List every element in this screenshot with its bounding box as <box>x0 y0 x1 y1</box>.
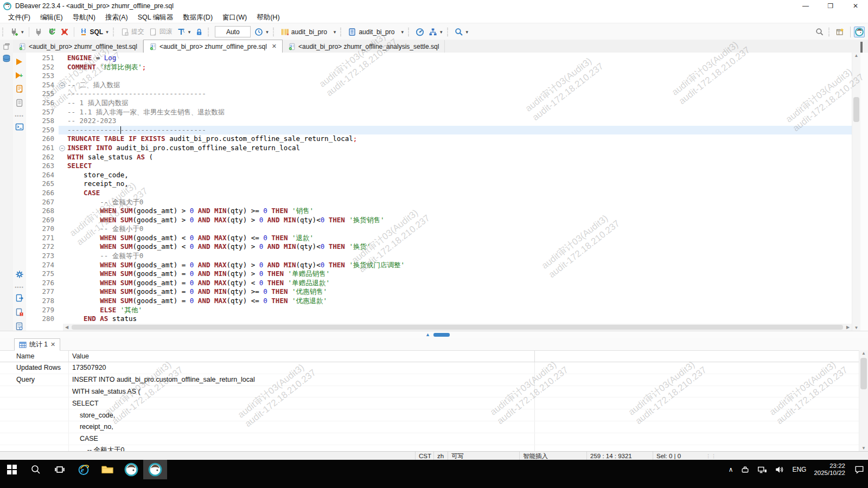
restore-views-button[interactable] <box>2 42 11 51</box>
column-header-name[interactable]: Name <box>0 351 69 362</box>
table-row[interactable]: WITH sale_status AS ( <box>0 386 868 398</box>
sql-editor-button[interactable]: SQL ▾ <box>77 26 111 38</box>
maximize-panel-button[interactable] <box>860 43 863 53</box>
menu-item[interactable]: 搜索(A) <box>100 12 133 23</box>
editor-tab-2[interactable]: <audit_bi_pro> zhumr_offline_analysis_se… <box>283 40 445 53</box>
menu-item[interactable]: 窗口(W) <box>218 12 252 23</box>
editor-settings-button[interactable] <box>15 269 24 279</box>
rail-grip: •••• <box>15 111 24 120</box>
editor-tab-0[interactable]: <audit_bi_pro> zhumr_offline_test.sql <box>13 40 143 53</box>
schema-selector[interactable]: audit_bi_pro ▾ <box>346 26 406 38</box>
task-view-button[interactable] <box>48 460 72 479</box>
menu-item[interactable]: 帮助(H) <box>252 12 284 23</box>
line-number: 255 <box>26 89 59 99</box>
menu-item[interactable]: 编辑(E) <box>35 12 68 23</box>
disconnect-button[interactable] <box>58 26 71 38</box>
new-connection-button[interactable]: ▾ <box>8 26 26 38</box>
sql-console-button[interactable] <box>15 122 24 131</box>
fold-column: − <box>59 81 67 90</box>
table-row[interactable]: SELECT <box>0 397 868 409</box>
start-button[interactable] <box>0 460 24 479</box>
open-file-button[interactable] <box>15 322 24 331</box>
execute-new-tab-button[interactable]: + <box>15 70 24 80</box>
export-result-button[interactable] <box>15 293 24 303</box>
menu-item[interactable]: 导航(N) <box>68 12 100 23</box>
results-scroll-thumb[interactable] <box>860 358 867 389</box>
line-number: 280 <box>26 314 59 324</box>
maximize-button[interactable]: ❒ <box>818 0 843 12</box>
menu-item[interactable]: 数据库(D) <box>178 12 218 23</box>
results-vscrollbar[interactable]: ▲ ▼ <box>859 350 868 451</box>
dbeaver-perspective-button[interactable] <box>854 27 865 37</box>
connection-selector[interactable]: audit_bi_pro ▾ <box>278 26 339 38</box>
tray-clock[interactable]: 23:22 2025/10/22 <box>810 460 851 479</box>
menu-item[interactable]: SQL 编辑器 <box>133 12 178 23</box>
table-row[interactable]: QueryINSERT INTO audit_bi_pro.custom_off… <box>0 374 868 386</box>
rollback-button[interactable]: 回滚 <box>146 25 175 38</box>
close-icon[interactable]: ✕ <box>50 341 55 348</box>
table-row[interactable]: store_code, <box>0 409 868 421</box>
scroll-left-icon[interactable]: ◀ <box>63 325 71 330</box>
database-navigator-button[interactable] <box>2 54 11 63</box>
file-explorer-button[interactable] <box>95 460 119 479</box>
close-icon[interactable]: ✕ <box>272 43 277 50</box>
vscroll-thumb[interactable] <box>853 97 859 122</box>
table-row[interactable]: CASE <box>0 433 868 445</box>
commit-button[interactable]: 提交 <box>118 25 146 38</box>
sql-editor[interactable]: 251ENGINE = Log252COMMENT '结算比例表';253254… <box>26 53 868 331</box>
tab-statistics[interactable]: 统计 1 ✕ <box>14 338 60 351</box>
close-button[interactable]: ✕ <box>843 0 868 12</box>
save-file-button[interactable] <box>15 307 24 317</box>
execute-statement-button[interactable] <box>15 57 24 66</box>
fold-toggle-icon[interactable]: − <box>59 82 65 88</box>
lock-button[interactable] <box>193 26 206 38</box>
table-row[interactable]: Updated Rows173507920 <box>0 362 868 374</box>
taskbar-search-button[interactable] <box>24 460 48 479</box>
usb-device-icon <box>741 465 750 474</box>
open-perspective-button[interactable] <box>834 26 847 38</box>
tx-history-button[interactable]: ▾ <box>252 26 271 38</box>
fold-column: − <box>59 144 67 153</box>
execute-script-button[interactable] <box>15 84 24 93</box>
hscroll-thumb[interactable] <box>72 325 843 330</box>
scroll-up-icon[interactable]: ▲ <box>859 351 868 356</box>
menu-item[interactable]: 文件(F) <box>3 12 35 23</box>
code-text: WHEN SUM(goods_amt) < 0 AND MAX(qty) > 0… <box>67 242 852 252</box>
tx-mode-combo[interactable]: Auto <box>215 26 251 37</box>
quick-search-button[interactable] <box>813 26 826 38</box>
sql-file-icon <box>18 43 26 50</box>
table-row[interactable]: receipt_no, <box>0 421 868 433</box>
tray-language[interactable]: ENG <box>788 460 810 479</box>
search-button[interactable]: ▾ <box>452 26 471 38</box>
dbeaver-taskbar-button[interactable] <box>119 460 143 479</box>
editor-tab-1[interactable]: <audit_bi_pro> zhumr_offline_pre.sql✕ <box>143 40 283 53</box>
explain-plan-button[interactable] <box>15 98 24 107</box>
scroll-down-icon[interactable]: ▼ <box>852 325 860 330</box>
editor-vscrollbar[interactable]: ▲ ▼ <box>852 53 860 331</box>
transaction-log-button[interactable]: ▾ <box>175 26 193 38</box>
results-tab-label: 统计 1 <box>29 340 48 349</box>
scroll-up-icon[interactable]: ▲ <box>852 53 860 58</box>
tray-usb-button[interactable] <box>737 460 754 479</box>
tray-volume-button[interactable] <box>771 460 788 479</box>
table-row[interactable]: -- 金额大于0 <box>0 445 868 451</box>
splitter-handle[interactable] <box>433 333 450 337</box>
tray-network-button[interactable] <box>754 460 771 479</box>
internet-explorer-button[interactable]: e <box>72 460 95 479</box>
tray-expand-button[interactable]: ∧ <box>725 460 737 479</box>
action-center-button[interactable] <box>851 460 868 479</box>
fold-toggle-icon[interactable]: − <box>59 145 65 151</box>
scroll-right-icon[interactable]: ▶ <box>844 325 852 330</box>
scroll-down-icon[interactable]: ▼ <box>859 446 868 451</box>
code-text: -- 金额小于0 <box>67 224 852 234</box>
dashboard-button[interactable] <box>413 26 426 38</box>
minimize-button[interactable]: — <box>793 0 818 12</box>
collapse-up-icon[interactable]: ▲ <box>425 332 430 337</box>
tab-label: <audit_bi_pro> zhumr_offline_test.sql <box>29 43 137 50</box>
reconnect-button[interactable] <box>45 26 58 38</box>
column-header-value[interactable]: Value <box>69 351 535 362</box>
network-button[interactable]: ▾ <box>426 26 445 38</box>
connect-button[interactable] <box>32 26 45 38</box>
editor-hscrollbar[interactable]: ◀ ▶ <box>63 324 852 331</box>
dbeaver-taskbar-button-active[interactable] <box>143 460 167 479</box>
